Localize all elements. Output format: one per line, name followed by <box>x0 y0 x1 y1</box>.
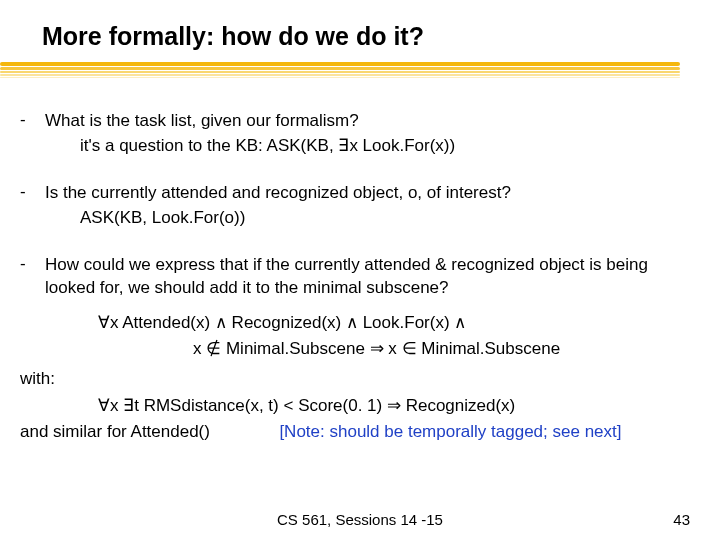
title-underline <box>0 62 680 80</box>
page-number: 43 <box>673 511 690 528</box>
slide-title-block: More formally: how do we do it? <box>42 22 424 51</box>
bullet-dash: - <box>20 182 45 205</box>
bullet-1-answer: it's a question to the KB: ASK(KB, ∃x Lo… <box>20 135 700 158</box>
formula-line-2: x ∉ Minimal.Subscene ⇒ x ∈ Minimal.Subsc… <box>98 336 700 362</box>
bullet-2-answer: ASK(KB, Look.For(o)) <box>20 207 700 230</box>
slide-footer: CS 561, Sessions 14 -15 <box>0 511 720 528</box>
bullet-2: - Is the currently attended and recogniz… <box>20 182 700 230</box>
note-text: [Note: should be temporally tagged; see … <box>279 422 621 441</box>
bullet-3: - How could we express that if the curre… <box>20 254 700 300</box>
bullet-dash: - <box>20 110 45 133</box>
bullet-dash: - <box>20 254 45 300</box>
slide-body: - What is the task list, given our forma… <box>20 110 700 445</box>
bullet-1-question: What is the task list, given our formali… <box>45 110 700 133</box>
bullet-3-question: How could we express that if the current… <box>45 254 700 300</box>
slide-title: More formally: how do we do it? <box>42 22 424 51</box>
formula-line-1: ∀x Attended(x) ∧ Recognized(x) ∧ Look.Fo… <box>98 310 700 336</box>
main-formula: ∀x Attended(x) ∧ Recognized(x) ∧ Look.Fo… <box>20 310 700 363</box>
bullet-2-question: Is the currently attended and recognized… <box>45 182 700 205</box>
bullet-1: - What is the task list, given our forma… <box>20 110 700 158</box>
similar-text: and similar for Attended() <box>20 422 210 441</box>
similar-line: and similar for Attended() [Note: should… <box>20 419 700 445</box>
with-formula: ∀x ∃t RMSdistance(x, t) < Score(0. 1) ⇒ … <box>20 393 700 419</box>
with-label: with: <box>20 366 700 392</box>
